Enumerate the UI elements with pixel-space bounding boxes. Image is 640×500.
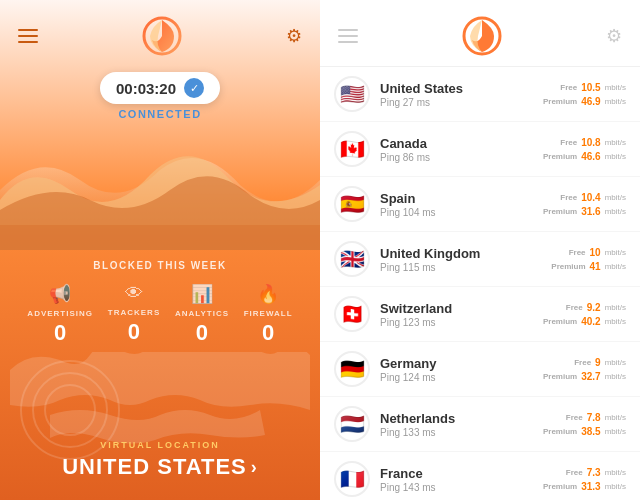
premium-speed-value: 40.2 [581, 316, 600, 327]
server-info: Spain Ping 104 ms [380, 191, 533, 218]
server-list-item[interactable]: 🇨🇦 Canada Ping 86 ms Free 10.8 mbit/s Pr… [320, 122, 640, 177]
premium-speed-value: 38.5 [581, 426, 600, 437]
server-ping: Ping 115 ms [380, 262, 541, 273]
free-speed-value: 7.3 [587, 467, 601, 478]
premium-speed-value: 31.6 [581, 206, 600, 217]
server-name: United States [380, 81, 533, 96]
free-speed-value: 10.5 [581, 82, 600, 93]
left-header: ⚙ [0, 0, 320, 64]
free-speed-unit: mbit/s [605, 413, 626, 422]
app-logo [142, 16, 182, 56]
server-list-item[interactable]: 🇨🇭 Switzerland Ping 123 ms Free 9.2 mbit… [320, 287, 640, 342]
free-speed-row: Free 9 mbit/s [574, 357, 626, 368]
right-settings-icon[interactable]: ⚙ [606, 25, 622, 47]
virtual-location-name[interactable]: UNITED STATES › [62, 454, 258, 480]
free-speed-value: 7.8 [587, 412, 601, 423]
premium-label: Premium [543, 152, 577, 161]
server-list-item[interactable]: 🇩🇪 Germany Ping 124 ms Free 9 mbit/s Pre… [320, 342, 640, 397]
free-speed-unit: mbit/s [605, 358, 626, 367]
free-label: Free [574, 358, 591, 367]
free-speed-value: 10 [590, 247, 601, 258]
flag-united-kingdom: 🇬🇧 [334, 241, 370, 277]
analytics-label: ANALYTICS [175, 309, 229, 318]
premium-speed-row: Premium 31.6 mbit/s [543, 206, 626, 217]
firewall-value: 0 [262, 320, 274, 346]
free-speed-unit: mbit/s [605, 138, 626, 147]
trackers-value: 0 [128, 319, 140, 345]
premium-speed-row: Premium 41 mbit/s [551, 261, 626, 272]
free-label: Free [560, 83, 577, 92]
premium-speed-row: Premium 38.5 mbit/s [543, 426, 626, 437]
premium-speed-unit: mbit/s [605, 482, 626, 491]
server-list-item[interactable]: 🇺🇸 United States Ping 27 ms Free 10.5 mb… [320, 67, 640, 122]
server-list[interactable]: 🇺🇸 United States Ping 27 ms Free 10.5 mb… [320, 67, 640, 500]
trackers-icon: 👁 [125, 283, 143, 304]
right-menu-icon[interactable] [338, 29, 358, 43]
flag-united-states: 🇺🇸 [334, 76, 370, 112]
stat-advertising: 📢 ADVERTISING 0 [27, 283, 93, 346]
right-app-logo [462, 16, 502, 56]
advertising-value: 0 [54, 320, 66, 346]
server-info: Germany Ping 124 ms [380, 356, 533, 383]
right-header: ⚙ [320, 0, 640, 67]
server-info: United Kingdom Ping 115 ms [380, 246, 541, 273]
settings-icon[interactable]: ⚙ [286, 25, 302, 47]
menu-icon[interactable] [18, 29, 38, 43]
flag-france: 🇫🇷 [334, 461, 370, 497]
server-speeds: Free 10.8 mbit/s Premium 46.6 mbit/s [543, 137, 626, 162]
server-info: Switzerland Ping 123 ms [380, 301, 533, 328]
stat-analytics: 📊 ANALYTICS 0 [175, 283, 229, 346]
premium-label: Premium [543, 97, 577, 106]
free-speed-row: Free 10.8 mbit/s [560, 137, 626, 148]
wave-area [0, 130, 320, 250]
timer-badge: 00:03:20 ✓ [100, 72, 220, 104]
premium-label: Premium [543, 207, 577, 216]
premium-label: Premium [543, 427, 577, 436]
free-speed-unit: mbit/s [605, 303, 626, 312]
server-speeds: Free 10.5 mbit/s Premium 46.9 mbit/s [543, 82, 626, 107]
analytics-value: 0 [196, 320, 208, 346]
stats-row: 📢 ADVERTISING 0 👁 TRACKERS 0 📊 ANALYTICS… [0, 277, 320, 352]
free-label: Free [560, 138, 577, 147]
premium-speed-unit: mbit/s [605, 427, 626, 436]
server-name: Spain [380, 191, 533, 206]
server-speeds: Free 9 mbit/s Premium 32.7 mbit/s [543, 357, 626, 382]
premium-speed-value: 41 [590, 261, 601, 272]
free-speed-unit: mbit/s [605, 248, 626, 257]
server-ping: Ping 123 ms [380, 317, 533, 328]
blocked-section: BLOCKED THIS WEEK [0, 250, 320, 277]
server-speeds: Free 7.8 mbit/s Premium 38.5 mbit/s [543, 412, 626, 437]
server-name: Germany [380, 356, 533, 371]
server-name: Switzerland [380, 301, 533, 316]
server-list-item[interactable]: 🇬🇧 United Kingdom Ping 115 ms Free 10 mb… [320, 232, 640, 287]
left-panel: ⚙ 00:03:20 ✓ CONNECTED BL [0, 0, 320, 500]
free-speed-unit: mbit/s [605, 83, 626, 92]
premium-speed-row: Premium 32.7 mbit/s [543, 371, 626, 382]
wave-svg [0, 130, 320, 250]
analytics-icon: 📊 [191, 283, 213, 305]
free-speed-value: 9.2 [587, 302, 601, 313]
blocked-title: BLOCKED THIS WEEK [0, 260, 320, 271]
server-name: United Kingdom [380, 246, 541, 261]
server-list-item[interactable]: 🇳🇱 Netherlands Ping 133 ms Free 7.8 mbit… [320, 397, 640, 452]
free-speed-row: Free 10.5 mbit/s [560, 82, 626, 93]
server-ping: Ping 27 ms [380, 97, 533, 108]
server-ping: Ping 143 ms [380, 482, 533, 493]
server-list-item[interactable]: 🇪🇸 Spain Ping 104 ms Free 10.4 mbit/s Pr… [320, 177, 640, 232]
free-speed-row: Free 10 mbit/s [569, 247, 626, 258]
premium-speed-value: 46.6 [581, 151, 600, 162]
trackers-label: TRACKERS [108, 308, 160, 317]
firewall-icon: 🔥 [257, 283, 279, 305]
premium-speed-unit: mbit/s [605, 207, 626, 216]
free-label: Free [569, 248, 586, 257]
advertising-icon: 📢 [49, 283, 71, 305]
server-name: France [380, 466, 533, 481]
flag-germany: 🇩🇪 [334, 351, 370, 387]
premium-speed-unit: mbit/s [605, 152, 626, 161]
free-speed-value: 9 [595, 357, 601, 368]
server-list-item[interactable]: 🇫🇷 France Ping 143 ms Free 7.3 mbit/s Pr… [320, 452, 640, 500]
flag-netherlands: 🇳🇱 [334, 406, 370, 442]
free-label: Free [566, 303, 583, 312]
premium-label: Premium [543, 372, 577, 381]
advertising-label: ADVERTISING [27, 309, 93, 318]
